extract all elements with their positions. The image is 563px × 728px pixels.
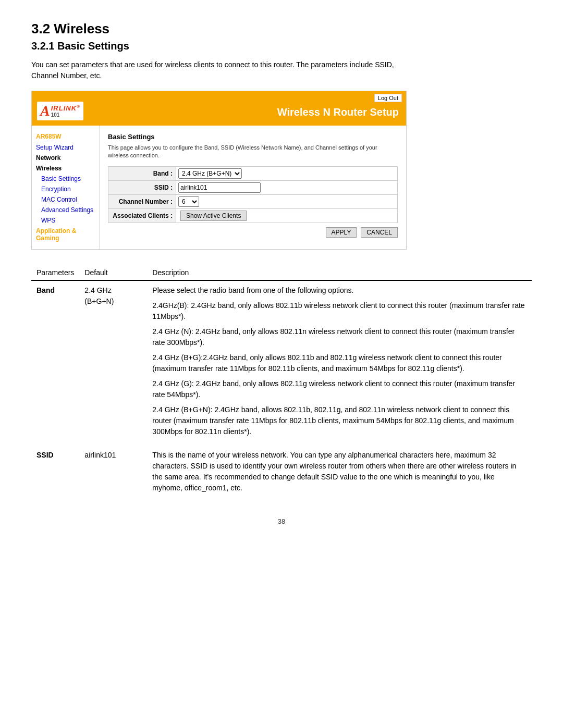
page-number: 38 (31, 517, 532, 525)
channel-select[interactable]: 12345 67891011 (178, 196, 199, 207)
channel-label: Channel Number : (108, 194, 176, 208)
description-paragraph: 2.4 GHz (B+G):2.4GHz band, only allows 8… (152, 352, 527, 374)
sidebar-item-encryption[interactable]: Encryption (32, 184, 99, 194)
param-description: Please select the radio band from one of… (147, 280, 532, 446)
param-name: Band (31, 280, 79, 446)
clients-value-cell: Show Active Clients (176, 208, 398, 223)
band-row: Band : 2.4 GHz (B+G+N) 2.4 GHz (B) 2.4 G… (108, 166, 398, 180)
router-body: AR685W Setup Wizard Network Wireless Bas… (32, 126, 406, 249)
clients-row: Associated Clients : Show Active Clients (108, 208, 398, 223)
param-name: SSID (31, 446, 79, 502)
sidebar-item-network[interactable]: Network (32, 153, 99, 163)
page-heading2: 3.2.1 Basic Settings (31, 40, 532, 52)
sidebar-item-advanced-settings[interactable]: Advanced Settings (32, 205, 99, 215)
description-paragraph: Please select the radio band from one of… (152, 285, 527, 296)
description-paragraph: This is the name of your wireless networ… (152, 450, 527, 493)
content-title: Basic Settings (108, 133, 398, 141)
description-paragraph: 2.4 GHz (B+G+N): 2.4GHz band, allows 802… (152, 404, 527, 437)
col-parameters: Parameters (31, 265, 79, 280)
description-paragraph: 2.4 GHz (G): 2.4GHz band, only allows 80… (152, 378, 527, 400)
router-header: Log Out A IRLINK® 101 Wireless N Router … (32, 91, 406, 126)
log-out-button[interactable]: Log Out (374, 94, 402, 102)
cancel-button[interactable]: CANCEL (361, 227, 398, 238)
intro-paragraph: You can set parameters that are used for… (31, 59, 422, 81)
parameters-table: Parameters Default Description Band2.4 G… (31, 265, 532, 502)
apply-button[interactable]: APPLY (326, 227, 357, 238)
sidebar-item-mac-control[interactable]: MAC Control (32, 194, 99, 205)
router-content: Basic Settings This page allows you to c… (100, 126, 406, 249)
band-label: Band : (108, 166, 176, 180)
param-description: This is the name of your wireless networ… (147, 446, 532, 502)
col-default: Default (79, 265, 147, 280)
col-description: Description (147, 265, 532, 280)
content-desc: This page allows you to configure the Ba… (108, 144, 398, 160)
sidebar-item-wps[interactable]: WPS (32, 215, 99, 226)
channel-row: Channel Number : 12345 67891011 (108, 194, 398, 208)
sidebar-model: AR685W (32, 131, 99, 142)
table-row: Band2.4 GHz (B+G+N)Please select the rad… (31, 280, 532, 446)
param-default: airlink101 (79, 446, 147, 502)
channel-value-cell: 12345 67891011 (176, 194, 398, 208)
settings-form-table: Band : 2.4 GHz (B+G+N) 2.4 GHz (B) 2.4 G… (108, 166, 398, 223)
logo-text: IRLINK® 101 (51, 104, 80, 118)
sidebar-item-wireless[interactable]: Wireless (32, 163, 99, 174)
params-header-row: Parameters Default Description (31, 265, 532, 280)
ssid-value-cell (176, 180, 398, 194)
sidebar-item-setup-wizard[interactable]: Setup Wizard (32, 142, 99, 153)
router-title: Wireless N Router Setup (83, 97, 401, 118)
page-heading1: 3.2 Wireless (31, 21, 532, 37)
show-active-clients-button[interactable]: Show Active Clients (180, 211, 247, 221)
sidebar-item-basic-settings[interactable]: Basic Settings (32, 174, 99, 184)
band-value-cell: 2.4 GHz (B+G+N) 2.4 GHz (B) 2.4 GHz (N) … (176, 166, 398, 180)
table-row: SSIDairlink101This is the name of your w… (31, 446, 532, 502)
param-default: 2.4 GHz (B+G+N) (79, 280, 147, 446)
description-paragraph: 2.4 GHz (N): 2.4GHz band, only allows 80… (152, 326, 527, 348)
router-sidebar: AR685W Setup Wizard Network Wireless Bas… (32, 126, 100, 249)
sidebar-item-app-gaming[interactable]: Application & Gaming (32, 226, 99, 243)
clients-label: Associated Clients : (108, 208, 176, 223)
logo-a-letter: A (40, 104, 50, 118)
ssid-row: SSID : (108, 180, 398, 194)
description-paragraph: 2.4GHz(B): 2.4GHz band, only allows 802.… (152, 300, 527, 322)
ssid-label: SSID : (108, 180, 176, 194)
router-frame: Log Out A IRLINK® 101 Wireless N Router … (31, 91, 407, 250)
band-select[interactable]: 2.4 GHz (B+G+N) 2.4 GHz (B) 2.4 GHz (N) … (178, 168, 242, 179)
form-buttons: APPLY CANCEL (108, 223, 398, 242)
ssid-input[interactable] (178, 182, 261, 193)
router-logo: A IRLINK® 101 (37, 102, 83, 120)
